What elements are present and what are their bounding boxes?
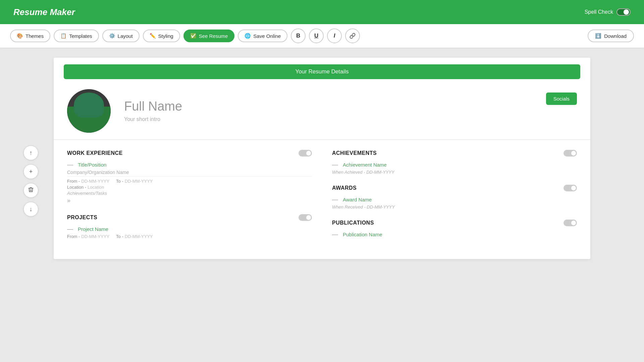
project-title-row: — Project Name (67, 226, 312, 233)
achievements-toggle[interactable] (564, 150, 577, 157)
expand-button[interactable]: » (67, 197, 312, 204)
bold-button[interactable]: B (291, 28, 306, 43)
publications-entry: — Publication Name (332, 231, 577, 238)
themes-button[interactable]: 🎨 Themes (10, 29, 50, 42)
down-icon: ↓ (30, 206, 33, 213)
when-received-value[interactable]: DD-MM-YYYY (367, 204, 395, 209)
app-title: Resume Maker (13, 7, 75, 17)
publications-header: PUBLICATIONS (332, 220, 577, 226)
full-name[interactable]: Full Name (124, 100, 546, 114)
save-online-icon: 🌐 (245, 33, 251, 39)
short-intro[interactable]: Your short intro (124, 116, 546, 122)
spell-check-label: Spell Check (585, 9, 613, 15)
socials-button[interactable]: Socials (546, 93, 577, 105)
work-experience-toggle[interactable] (299, 150, 312, 157)
achievements-title: ACHIEVEMENTS (332, 150, 377, 156)
work-title[interactable]: Title/Position (78, 162, 106, 168)
templates-icon: 📋 (60, 33, 67, 39)
resume-banner: Your Resume Details (64, 64, 580, 79)
underline-button[interactable]: U (309, 28, 324, 43)
award-title[interactable]: Award Name (343, 197, 372, 202)
work-company[interactable]: Company/Organization Name (67, 170, 312, 177)
achievement-when: When Achieved - DD-MM-YYYY (332, 170, 577, 175)
award-when: When Received - DD-MM-YYYY (332, 204, 577, 209)
save-online-button[interactable]: 🌐 Save Online (238, 29, 287, 42)
link-button[interactable] (345, 28, 360, 43)
move-down-button[interactable]: ↓ (23, 202, 38, 217)
achievements-section: ACHIEVEMENTS — Achievement Name When Ach… (332, 150, 577, 175)
delete-section-button[interactable] (23, 183, 38, 198)
see-resume-icon: ✅ (190, 33, 197, 39)
project-dates: From - DD-MM-YYYY To - DD-MM-YYYY (67, 234, 312, 239)
project-title[interactable]: Project Name (78, 226, 108, 232)
projects-header: PROJECTS (67, 214, 312, 221)
add-icon: + (29, 168, 33, 175)
work-title-row: — Title/Position (67, 161, 312, 168)
when-achieved-value[interactable]: DD-MM-YYYY (366, 170, 394, 175)
when-received-label: When Received - (332, 204, 366, 209)
publication-title-row: — Publication Name (332, 231, 577, 238)
download-icon: ⬇️ (595, 33, 601, 39)
app-header: Resume Maker Spell Check (0, 0, 644, 24)
templates-button[interactable]: 📋 Templates (54, 29, 99, 42)
publications-toggle[interactable] (564, 220, 577, 226)
layout-button[interactable]: ⚙️ Layout (102, 29, 140, 42)
move-up-button[interactable]: ↑ (23, 145, 38, 160)
profile-info: Full Name Your short intro (111, 100, 546, 122)
projects-section: PROJECTS — Project Name From - DD-MM-YYY… (67, 214, 312, 239)
see-resume-button[interactable]: ✅ See Resume (183, 29, 235, 42)
main-content: Your Resume Details Full Name Your short… (0, 48, 644, 269)
italic-button[interactable]: I (327, 28, 342, 43)
work-experience-entry: — Title/Position Company/Organization Na… (67, 161, 312, 204)
delete-icon (28, 187, 34, 194)
download-button[interactable]: ⬇️ Download (588, 29, 634, 42)
work-experience-title: WORK EXPERIENCE (67, 150, 123, 156)
profile-section: Full Name Your short intro Socials (54, 79, 590, 140)
layout-icon: ⚙️ (109, 33, 115, 39)
styling-button[interactable]: ✏️ Styling (143, 29, 180, 42)
spell-check-area: Spell Check (585, 8, 631, 16)
publications-title: PUBLICATIONS (332, 220, 374, 226)
achievement-title[interactable]: Achievement Name (343, 162, 387, 168)
left-column: WORK EXPERIENCE — Title/Position Company… (67, 150, 322, 249)
themes-icon: 🎨 (17, 33, 23, 39)
styling-icon: ✏️ (150, 33, 156, 39)
work-experience-header: WORK EXPERIENCE (67, 150, 312, 157)
projects-toggle[interactable] (299, 214, 312, 221)
resume-body: WORK EXPERIENCE — Title/Position Company… (54, 140, 590, 259)
awards-entry: — Award Name When Received - DD-MM-YYYY (332, 196, 577, 209)
achievements-entry: — Achievement Name When Achieved - DD-MM… (332, 161, 577, 175)
spell-check-toggle[interactable] (616, 8, 631, 16)
awards-title: AWARDS (332, 185, 357, 191)
work-location: Location - Location (67, 185, 312, 190)
side-controls: ↑ + ↓ (23, 145, 38, 217)
awards-section: AWARDS — Award Name When Received - DD-M… (332, 185, 577, 209)
achievements-header: ACHIEVEMENTS (332, 150, 577, 157)
avatar (67, 89, 111, 133)
projects-entry: — Project Name From - DD-MM-YYYY To - DD… (67, 226, 312, 239)
add-section-button[interactable]: + (23, 164, 38, 179)
achievement-title-row: — Achievement Name (332, 161, 577, 168)
projects-title: PROJECTS (67, 215, 97, 221)
awards-header: AWARDS (332, 185, 577, 191)
awards-toggle[interactable] (564, 185, 577, 191)
award-title-row: — Award Name (332, 196, 577, 203)
work-experience-section: WORK EXPERIENCE — Title/Position Company… (67, 150, 312, 204)
resume-card: Your Resume Details Full Name Your short… (54, 58, 590, 259)
work-tasks[interactable]: Achievements/Tasks (67, 191, 312, 196)
toolbar: 🎨 Themes 📋 Templates ⚙️ Layout ✏️ Stylin… (0, 24, 644, 48)
publications-section: PUBLICATIONS — Publication Name (332, 220, 577, 238)
right-column: ACHIEVEMENTS — Achievement Name When Ach… (322, 150, 577, 249)
when-achieved-label: When Achieved - (332, 170, 365, 175)
publication-title[interactable]: Publication Name (343, 232, 382, 237)
work-dates: From - DD-MM-YYYY To - DD-MM-YYYY (67, 179, 312, 184)
up-icon: ↑ (30, 149, 33, 157)
